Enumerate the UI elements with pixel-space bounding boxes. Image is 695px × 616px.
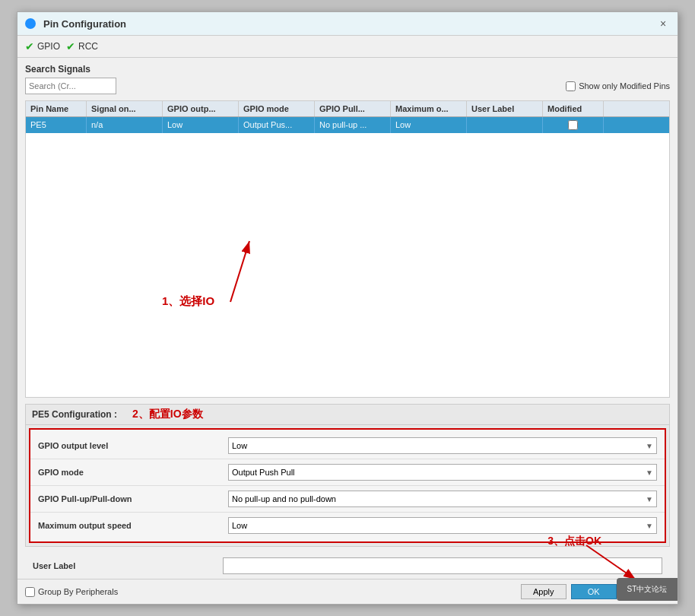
td-pin-name: PE5 — [26, 117, 87, 133]
th-modified: Modified — [543, 101, 604, 116]
field-row-gpio-pull: GPIO Pull-up/Pull-down No pull-up and no… — [30, 486, 665, 513]
field-row-gpio-output-level: GPIO output level Low ▼ — [30, 433, 665, 459]
gpio-pull-arrow-icon: ▼ — [646, 495, 653, 503]
config-section-title: PE5 Configuration : — [32, 409, 117, 420]
bottom-bar: Group By Peripherals Apply OK Cancel — [17, 579, 678, 604]
td-user-label — [467, 117, 543, 133]
watermark: ST中文论坛 — [617, 578, 678, 601]
tabs-row: ✔ GPIO ✔ RCC — [17, 36, 678, 58]
th-user-label: User Label — [467, 101, 543, 116]
td-modified — [543, 117, 604, 133]
gpio-mode-value: Output Push Pull — [232, 468, 295, 477]
pin-configuration-dialog: Pin Configuration × ✔ GPIO ✔ RCC Search … — [17, 11, 678, 605]
user-label-row: User Label 3、点击OK — [25, 553, 670, 579]
th-max-output: Maximum o... — [391, 101, 467, 116]
gpio-mode-arrow-icon: ▼ — [646, 468, 653, 477]
group-by-label: Group By Peripherals — [38, 587, 118, 596]
pin-icon — [25, 18, 36, 29]
group-by-peripherals-checkbox[interactable] — [25, 587, 35, 597]
td-signal-on: n/a — [87, 117, 163, 133]
th-pin-name: Pin Name — [26, 101, 87, 116]
max-speed-label: Maximum output speed — [38, 521, 228, 530]
max-speed-arrow-icon: ▼ — [646, 522, 653, 530]
th-gpio-output: GPIO outp... — [163, 101, 239, 116]
gpio-output-level-select[interactable]: Low ▼ — [228, 437, 657, 454]
th-gpio-pull: GPIO Pull... — [315, 101, 391, 116]
td-gpio-output: Low — [163, 117, 239, 133]
tab-gpio[interactable]: ✔ GPIO — [25, 40, 60, 52]
group-by-row: Group By Peripherals — [25, 587, 118, 597]
rcc-check-icon: ✔ — [66, 40, 75, 52]
show-modified-row: Show only Modified Pins — [566, 81, 670, 91]
td-gpio-mode: Output Pus... — [239, 117, 315, 133]
title-bar-left: Pin Configuration — [25, 18, 126, 30]
ok-button[interactable]: OK — [571, 584, 617, 599]
gpio-output-level-value: Low — [232, 441, 247, 450]
search-row: Show only Modified Pins — [25, 78, 670, 94]
tab-gpio-label: GPIO — [37, 41, 60, 52]
pin-table-container: Pin Name Signal on... GPIO outp... GPIO … — [25, 100, 670, 398]
th-gpio-mode: GPIO mode — [239, 101, 315, 116]
gpio-output-level-arrow-icon: ▼ — [646, 442, 653, 450]
config-fields-box: GPIO output level Low ▼ GPIO mode Output… — [29, 428, 666, 543]
dialog-body: Search Signals Show only Modified Pins P… — [17, 58, 678, 604]
td-gpio-pull: No pull-up ... — [315, 117, 391, 133]
max-speed-value: Low — [232, 521, 247, 530]
table-row[interactable]: PE5 n/a Low Output Pus... No pull-up ...… — [26, 117, 669, 133]
max-speed-select[interactable]: Low ▼ — [228, 517, 657, 534]
close-button[interactable]: × — [656, 17, 670, 30]
th-signal-on: Signal on... — [87, 101, 163, 116]
annotation-1-text: 1、选择IO — [162, 294, 214, 309]
field-row-gpio-mode: GPIO mode Output Push Pull ▼ — [30, 459, 665, 486]
show-modified-label: Show only Modified Pins — [579, 81, 670, 90]
search-input[interactable] — [25, 78, 116, 94]
empty-table-rows — [26, 133, 669, 285]
user-label-input[interactable] — [223, 557, 662, 574]
tab-rcc-label: RCC — [78, 41, 98, 52]
gpio-pull-select[interactable]: No pull-up and no pull-down ▼ — [228, 491, 657, 507]
tab-rcc[interactable]: ✔ RCC — [66, 40, 98, 52]
show-modified-checkbox[interactable] — [566, 81, 576, 91]
gpio-pull-label: GPIO Pull-up/Pull-down — [38, 494, 228, 503]
gpio-pull-value: No pull-up and no pull-down — [232, 494, 336, 503]
watermark-text: ST中文论坛 — [627, 584, 668, 595]
gpio-output-level-label: GPIO output level — [38, 441, 228, 450]
title-bar: Pin Configuration × — [17, 12, 678, 36]
td-max-output: Low — [391, 117, 467, 133]
search-section: Search Signals Show only Modified Pins — [17, 58, 678, 97]
search-signals-label: Search Signals — [25, 64, 670, 75]
apply-button[interactable]: Apply — [521, 584, 566, 599]
annotation-3-text: 3、点击OK — [547, 535, 601, 548]
config-section: PE5 Configuration : 2、配置IO参数 GPIO output… — [25, 404, 670, 547]
table-header: Pin Name Signal on... GPIO outp... GPIO … — [26, 101, 669, 117]
row-modified-checkbox[interactable] — [568, 120, 578, 130]
annotation-2-text: 2、配置IO参数 — [132, 408, 203, 421]
gpio-mode-select[interactable]: Output Push Pull ▼ — [228, 464, 657, 481]
config-title-row: PE5 Configuration : 2、配置IO参数 — [26, 405, 669, 425]
user-label-label: User Label — [33, 561, 223, 570]
gpio-mode-label: GPIO mode — [38, 468, 228, 477]
dialog-title: Pin Configuration — [43, 18, 126, 30]
gpio-check-icon: ✔ — [25, 40, 34, 52]
